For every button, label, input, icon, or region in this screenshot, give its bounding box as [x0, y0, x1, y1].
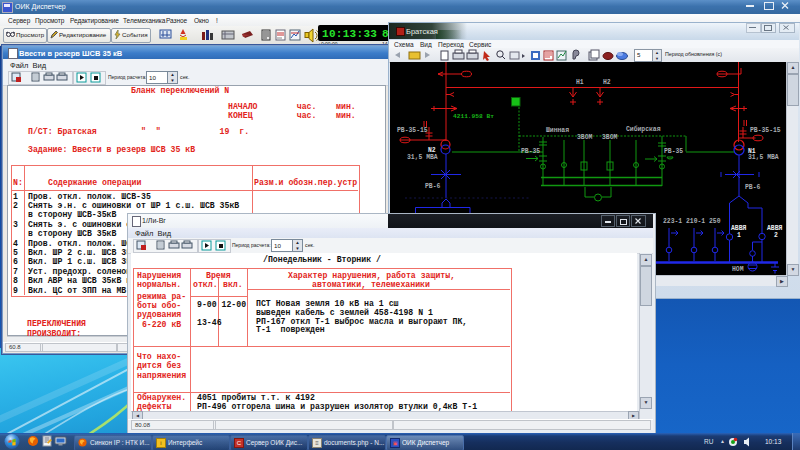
svg-text:2: 2 [774, 232, 778, 239]
svg-text:Н2: Н2 [603, 79, 611, 86]
svg-text:1: 1 [737, 232, 741, 239]
svg-text:РВ-6: РВ-6 [745, 184, 761, 191]
svg-text:НОМ: НОМ [732, 266, 744, 273]
svg-text:31,5 МВА: 31,5 МВА [407, 154, 438, 161]
svg-text:4211.958 Вт: 4211.958 Вт [453, 113, 494, 120]
svg-text:РВ-6: РВ-6 [425, 183, 441, 190]
svg-text:ЗВОМ: ЗВОМ [602, 134, 618, 141]
svg-text:АВВЯ: АВВЯ [767, 225, 783, 232]
svg-text:N1: N1 [748, 148, 756, 155]
svg-text:АВВЯ: АВВЯ [731, 225, 747, 232]
svg-text:РВ-35-15: РВ-35-15 [397, 127, 428, 134]
svg-text:31,5 МВА: 31,5 МВА [748, 154, 779, 161]
svg-text:Н1: Н1 [576, 79, 584, 86]
svg-text:ЗВОМ: ЗВОМ [577, 134, 593, 141]
svg-text:Шинная: Шинная [546, 127, 569, 134]
svg-text:РВ-35-15: РВ-35-15 [750, 127, 781, 134]
svg-text:223-1 210-1 250: 223-1 210-1 250 [663, 218, 721, 225]
svg-text:N2: N2 [428, 147, 436, 154]
svg-text:РВ-35: РВ-35 [521, 148, 540, 155]
svg-text:РВ-35: РВ-35 [664, 148, 683, 155]
svg-text:Сибирская: Сибирская [626, 125, 661, 133]
